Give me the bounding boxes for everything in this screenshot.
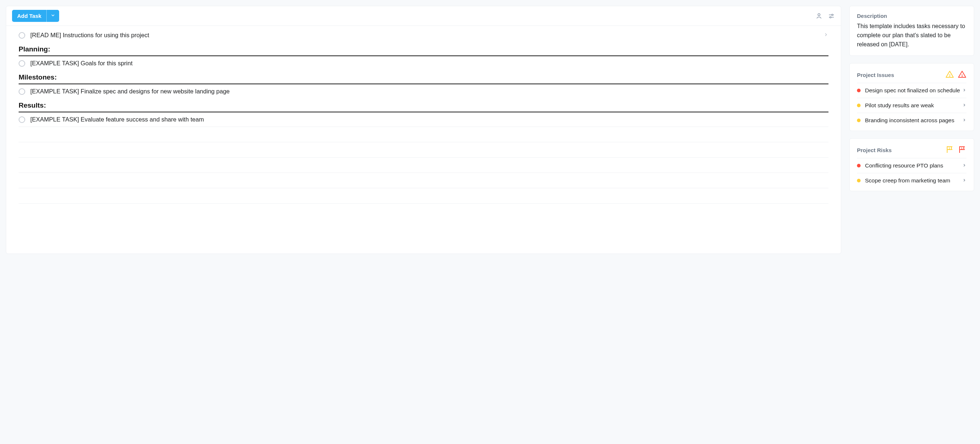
issues-header: Project Issues	[857, 72, 894, 78]
risk-row[interactable]: Conflicting resource PTO plans	[857, 158, 966, 173]
chevron-right-icon	[962, 102, 966, 109]
task-row[interactable]: [EXAMPLE TASK] Goals for this sprint	[19, 56, 829, 70]
chevron-right-icon	[962, 87, 966, 94]
task-row[interactable]: [EXAMPLE TASK] Finalize spec and designs…	[19, 84, 829, 98]
add-task-button[interactable]: Add Task	[12, 10, 46, 22]
task-title: [READ ME] Instructions for using this pr…	[30, 32, 823, 39]
risk-text: Conflicting resource PTO plans	[865, 162, 962, 169]
task-complete-radio[interactable]	[19, 60, 25, 67]
issue-row[interactable]: Branding inconsistent across pages	[857, 113, 966, 128]
chevron-right-icon	[823, 32, 829, 39]
description-text: This template includes tasks necessary t…	[857, 22, 966, 52]
issue-text: Design spec not finalized on schedule	[865, 87, 962, 94]
section-header-milestones[interactable]: Milestones:	[19, 70, 829, 84]
settings-sliders-icon[interactable]	[828, 13, 835, 20]
task-complete-radio[interactable]	[19, 116, 25, 123]
person-icon[interactable]	[815, 13, 822, 20]
severity-dot-red	[857, 89, 861, 92]
task-title: [EXAMPLE TASK] Goals for this sprint	[30, 60, 829, 67]
issues-card: Project Issues 2 1 Design spec not final…	[849, 63, 974, 131]
svg-point-4	[830, 16, 831, 18]
task-list: [READ ME] Instructions for using this pr…	[6, 26, 841, 211]
right-column: Description This template includes tasks…	[849, 6, 974, 254]
chevron-right-icon	[962, 177, 966, 184]
tasks-panel: Add Task [READ ME] Instructions for usin…	[6, 6, 841, 254]
flag-yellow-icon: 1	[945, 145, 954, 155]
severity-dot-red	[857, 164, 861, 168]
warning-triangle-red-icon: 1	[958, 70, 966, 80]
svg-point-0	[818, 14, 820, 16]
severity-dot-yellow	[857, 104, 861, 107]
issue-row[interactable]: Design spec not finalized on schedule	[857, 83, 966, 98]
task-complete-radio[interactable]	[19, 32, 25, 39]
svg-point-2	[832, 14, 833, 15]
description-header: Description	[857, 13, 966, 19]
task-complete-radio[interactable]	[19, 88, 25, 95]
task-row[interactable]: [READ ME] Instructions for using this pr…	[19, 28, 829, 42]
task-title: [EXAMPLE TASK] Finalize spec and designs…	[30, 88, 829, 95]
severity-dot-yellow	[857, 119, 861, 122]
chevron-right-icon	[962, 162, 966, 169]
section-header-results[interactable]: Results:	[19, 98, 829, 113]
section-header-planning[interactable]: Planning:	[19, 42, 829, 56]
description-card: Description This template includes tasks…	[849, 6, 974, 56]
chevron-down-icon	[50, 13, 56, 19]
empty-task-row[interactable]	[19, 158, 829, 173]
add-task-button-group: Add Task	[12, 10, 59, 22]
issue-text: Pilot study results are weak	[865, 102, 962, 109]
issue-row[interactable]: Pilot study results are weak	[857, 98, 966, 113]
chevron-right-icon	[962, 117, 966, 124]
issue-text: Branding inconsistent across pages	[865, 117, 962, 124]
svg-text:1: 1	[961, 147, 963, 150]
risk-row[interactable]: Scope creep from marketing team	[857, 173, 966, 188]
task-row[interactable]: [EXAMPLE TASK] Evaluate feature success …	[19, 113, 829, 127]
severity-dot-yellow	[857, 179, 861, 182]
empty-task-row[interactable]	[19, 127, 829, 142]
risks-header: Project Risks	[857, 147, 892, 153]
empty-task-row[interactable]	[19, 142, 829, 158]
flag-red-icon: 1	[958, 145, 966, 155]
risks-card: Project Risks 1 1 Conflicting resource P…	[849, 138, 974, 191]
task-title: [EXAMPLE TASK] Evaluate feature success …	[30, 116, 829, 123]
svg-text:2: 2	[948, 74, 950, 77]
svg-text:1: 1	[948, 147, 950, 150]
toolbar: Add Task	[6, 6, 841, 26]
warning-triangle-yellow-icon: 2	[945, 70, 954, 80]
empty-task-row[interactable]	[19, 173, 829, 188]
add-task-dropdown-button[interactable]	[46, 10, 59, 22]
svg-text:1: 1	[961, 74, 963, 77]
risk-text: Scope creep from marketing team	[865, 177, 962, 184]
empty-task-row[interactable]	[19, 188, 829, 204]
